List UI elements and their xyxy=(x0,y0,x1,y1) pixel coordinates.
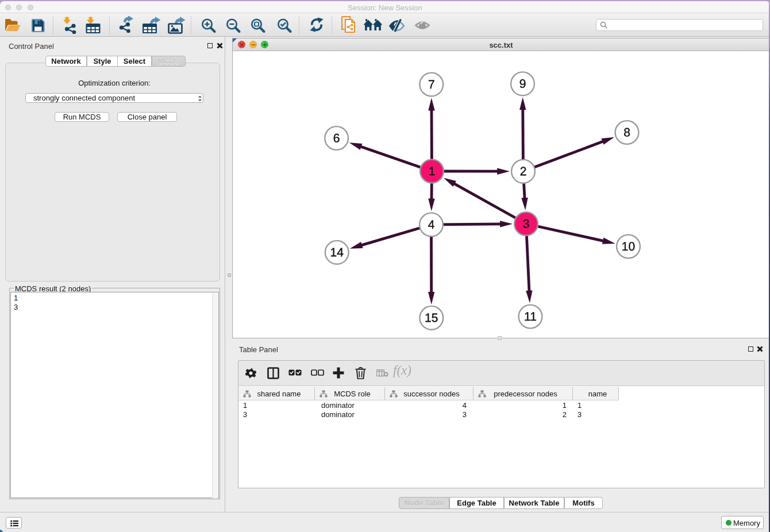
svg-text:15: 15 xyxy=(425,311,438,324)
svg-text:7: 7 xyxy=(428,78,435,91)
svg-text:2: 2 xyxy=(520,164,527,178)
svg-text:9: 9 xyxy=(519,77,526,90)
svg-text:11: 11 xyxy=(524,310,537,323)
svg-text:10: 10 xyxy=(622,240,635,253)
svg-text:6: 6 xyxy=(333,131,340,144)
svg-text:8: 8 xyxy=(623,125,630,138)
svg-text:4: 4 xyxy=(428,218,435,231)
svg-text:14: 14 xyxy=(330,245,344,259)
svg-text:3: 3 xyxy=(523,217,530,230)
svg-text:1: 1 xyxy=(429,164,436,178)
